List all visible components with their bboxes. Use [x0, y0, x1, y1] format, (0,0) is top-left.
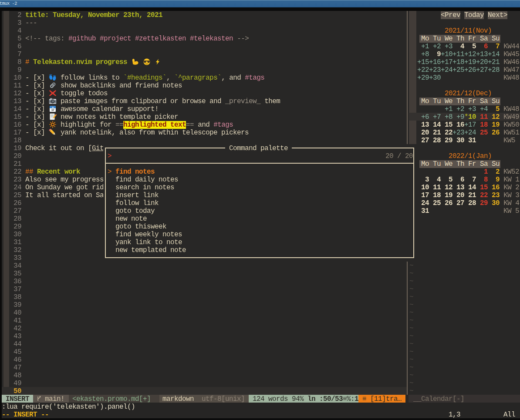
svg-text:17: 17 [51, 108, 54, 111]
